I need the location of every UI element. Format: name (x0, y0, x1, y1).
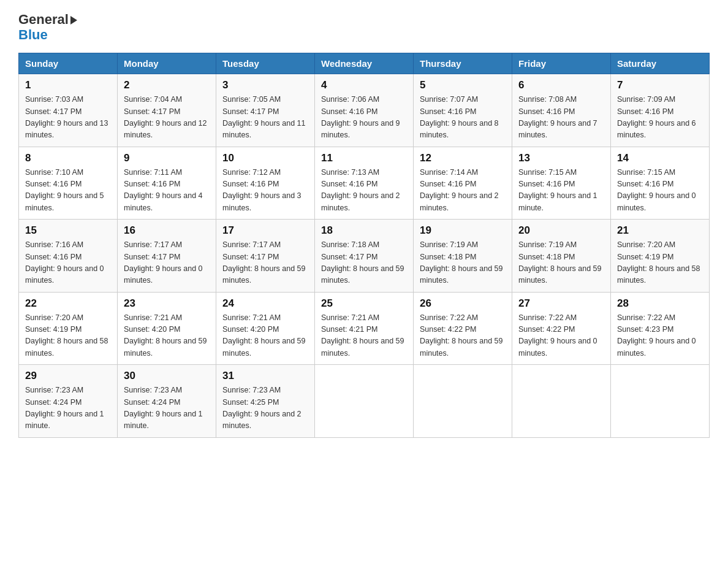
day-info: Sunrise: 7:23 AMSunset: 4:24 PMDaylight:… (124, 386, 203, 430)
calendar-day-cell: 30 Sunrise: 7:23 AMSunset: 4:24 PMDaylig… (118, 365, 216, 438)
calendar-day-cell: 12 Sunrise: 7:14 AMSunset: 4:16 PMDaylig… (414, 147, 512, 220)
day-number: 9 (124, 152, 210, 164)
day-number: 4 (321, 79, 407, 91)
weekday-header: Wednesday (315, 53, 414, 74)
logo-blue-text: Blue (18, 27, 48, 43)
calendar-day-cell: 18 Sunrise: 7:18 AMSunset: 4:17 PMDaylig… (315, 220, 414, 293)
day-info: Sunrise: 7:18 AMSunset: 4:17 PMDaylight:… (321, 240, 404, 285)
calendar-day-cell: 10 Sunrise: 7:12 AMSunset: 4:16 PMDaylig… (216, 147, 315, 220)
day-number: 29 (25, 370, 111, 382)
day-number: 16 (124, 224, 210, 237)
calendar-day-cell: 11 Sunrise: 7:13 AMSunset: 4:16 PMDaylig… (315, 147, 414, 220)
day-number: 5 (420, 79, 506, 91)
logo: General Blue (18, 12, 77, 43)
day-info: Sunrise: 7:08 AMSunset: 4:16 PMDaylight:… (518, 95, 597, 139)
day-number: 22 (25, 297, 111, 310)
day-info: Sunrise: 7:21 AMSunset: 4:20 PMDaylight:… (222, 313, 306, 358)
weekday-header: Tuesday (216, 53, 315, 74)
day-number: 12 (420, 152, 506, 164)
day-info: Sunrise: 7:22 AMSunset: 4:22 PMDaylight:… (518, 313, 597, 358)
day-info: Sunrise: 7:19 AMSunset: 4:18 PMDaylight:… (518, 240, 602, 285)
calendar-day-cell (414, 365, 512, 438)
day-info: Sunrise: 7:03 AMSunset: 4:17 PMDaylight:… (25, 95, 108, 139)
day-number: 30 (124, 370, 210, 382)
calendar-day-cell: 3 Sunrise: 7:05 AMSunset: 4:17 PMDayligh… (216, 74, 315, 147)
day-info: Sunrise: 7:22 AMSunset: 4:22 PMDaylight:… (420, 313, 503, 358)
day-info: Sunrise: 7:17 AMSunset: 4:17 PMDaylight:… (222, 240, 306, 285)
day-number: 2 (124, 79, 210, 91)
calendar-week-row: 29 Sunrise: 7:23 AMSunset: 4:24 PMDaylig… (19, 365, 710, 438)
weekday-header-row: SundayMondayTuesdayWednesdayThursdayFrid… (19, 53, 710, 74)
day-info: Sunrise: 7:19 AMSunset: 4:18 PMDaylight:… (420, 240, 503, 285)
calendar-day-cell: 31 Sunrise: 7:23 AMSunset: 4:25 PMDaylig… (216, 365, 315, 438)
day-number: 26 (420, 297, 506, 310)
calendar-day-cell: 1 Sunrise: 7:03 AMSunset: 4:17 PMDayligh… (19, 74, 118, 147)
calendar-day-cell: 27 Sunrise: 7:22 AMSunset: 4:22 PMDaylig… (512, 292, 611, 365)
day-number: 21 (617, 224, 703, 237)
day-number: 6 (518, 79, 604, 91)
day-info: Sunrise: 7:06 AMSunset: 4:16 PMDaylight:… (321, 95, 400, 139)
day-number: 3 (222, 79, 308, 91)
weekday-header: Friday (512, 53, 611, 74)
day-info: Sunrise: 7:23 AMSunset: 4:25 PMDaylight:… (222, 386, 301, 430)
calendar-day-cell: 21 Sunrise: 7:20 AMSunset: 4:19 PMDaylig… (611, 220, 710, 293)
day-number: 28 (617, 297, 703, 310)
calendar-day-cell: 5 Sunrise: 7:07 AMSunset: 4:16 PMDayligh… (414, 74, 512, 147)
day-info: Sunrise: 7:23 AMSunset: 4:24 PMDaylight:… (25, 386, 104, 430)
day-info: Sunrise: 7:07 AMSunset: 4:16 PMDaylight:… (420, 95, 499, 139)
day-info: Sunrise: 7:20 AMSunset: 4:19 PMDaylight:… (25, 313, 108, 358)
day-number: 1 (25, 79, 111, 91)
calendar-day-cell: 29 Sunrise: 7:23 AMSunset: 4:24 PMDaylig… (19, 365, 118, 438)
weekday-header: Thursday (414, 53, 512, 74)
calendar-day-cell: 24 Sunrise: 7:21 AMSunset: 4:20 PMDaylig… (216, 292, 315, 365)
day-info: Sunrise: 7:21 AMSunset: 4:21 PMDaylight:… (321, 313, 404, 358)
logo-general-text: General (18, 12, 69, 27)
day-number: 31 (222, 370, 308, 382)
day-info: Sunrise: 7:17 AMSunset: 4:17 PMDaylight:… (124, 240, 203, 285)
day-info: Sunrise: 7:13 AMSunset: 4:16 PMDaylight:… (321, 168, 400, 212)
day-number: 15 (25, 224, 111, 237)
calendar-day-cell: 19 Sunrise: 7:19 AMSunset: 4:18 PMDaylig… (414, 220, 512, 293)
calendar-day-cell: 15 Sunrise: 7:16 AMSunset: 4:16 PMDaylig… (19, 220, 118, 293)
day-number: 10 (222, 152, 308, 164)
day-number: 23 (124, 297, 210, 310)
calendar-table: SundayMondayTuesdayWednesdayThursdayFrid… (18, 53, 710, 438)
calendar-week-row: 22 Sunrise: 7:20 AMSunset: 4:19 PMDaylig… (19, 292, 710, 365)
calendar-day-cell: 8 Sunrise: 7:10 AMSunset: 4:16 PMDayligh… (19, 147, 118, 220)
day-number: 14 (617, 152, 703, 164)
day-info: Sunrise: 7:10 AMSunset: 4:16 PMDaylight:… (25, 168, 104, 212)
calendar-day-cell (611, 365, 710, 438)
day-number: 8 (25, 152, 111, 164)
day-info: Sunrise: 7:16 AMSunset: 4:16 PMDaylight:… (25, 240, 104, 285)
calendar-day-cell: 26 Sunrise: 7:22 AMSunset: 4:22 PMDaylig… (414, 292, 512, 365)
day-info: Sunrise: 7:11 AMSunset: 4:16 PMDaylight:… (124, 168, 203, 212)
calendar-day-cell: 28 Sunrise: 7:22 AMSunset: 4:23 PMDaylig… (611, 292, 710, 365)
calendar-week-row: 1 Sunrise: 7:03 AMSunset: 4:17 PMDayligh… (19, 74, 710, 147)
calendar-day-cell (315, 365, 414, 438)
calendar-day-cell: 13 Sunrise: 7:15 AMSunset: 4:16 PMDaylig… (512, 147, 611, 220)
day-info: Sunrise: 7:20 AMSunset: 4:19 PMDaylight:… (617, 240, 700, 285)
day-number: 11 (321, 152, 407, 164)
calendar-day-cell: 4 Sunrise: 7:06 AMSunset: 4:16 PMDayligh… (315, 74, 414, 147)
calendar-week-row: 8 Sunrise: 7:10 AMSunset: 4:16 PMDayligh… (19, 147, 710, 220)
weekday-header: Saturday (611, 53, 710, 74)
day-number: 25 (321, 297, 407, 310)
calendar-day-cell: 22 Sunrise: 7:20 AMSunset: 4:19 PMDaylig… (19, 292, 118, 365)
calendar-week-row: 15 Sunrise: 7:16 AMSunset: 4:16 PMDaylig… (19, 220, 710, 293)
day-info: Sunrise: 7:12 AMSunset: 4:16 PMDaylight:… (222, 168, 301, 212)
day-info: Sunrise: 7:09 AMSunset: 4:16 PMDaylight:… (617, 95, 696, 139)
calendar-day-cell: 20 Sunrise: 7:19 AMSunset: 4:18 PMDaylig… (512, 220, 611, 293)
calendar-day-cell (512, 365, 611, 438)
day-number: 7 (617, 79, 703, 91)
calendar-day-cell: 23 Sunrise: 7:21 AMSunset: 4:20 PMDaylig… (118, 292, 216, 365)
day-number: 13 (518, 152, 604, 164)
day-number: 19 (420, 224, 506, 237)
calendar-day-cell: 9 Sunrise: 7:11 AMSunset: 4:16 PMDayligh… (118, 147, 216, 220)
day-info: Sunrise: 7:05 AMSunset: 4:17 PMDaylight:… (222, 95, 306, 139)
day-info: Sunrise: 7:15 AMSunset: 4:16 PMDaylight:… (518, 168, 597, 212)
day-number: 27 (518, 297, 604, 310)
logo-triangle-icon (70, 16, 77, 25)
day-number: 20 (518, 224, 604, 237)
calendar-day-cell: 7 Sunrise: 7:09 AMSunset: 4:16 PMDayligh… (611, 74, 710, 147)
calendar-day-cell: 16 Sunrise: 7:17 AMSunset: 4:17 PMDaylig… (118, 220, 216, 293)
